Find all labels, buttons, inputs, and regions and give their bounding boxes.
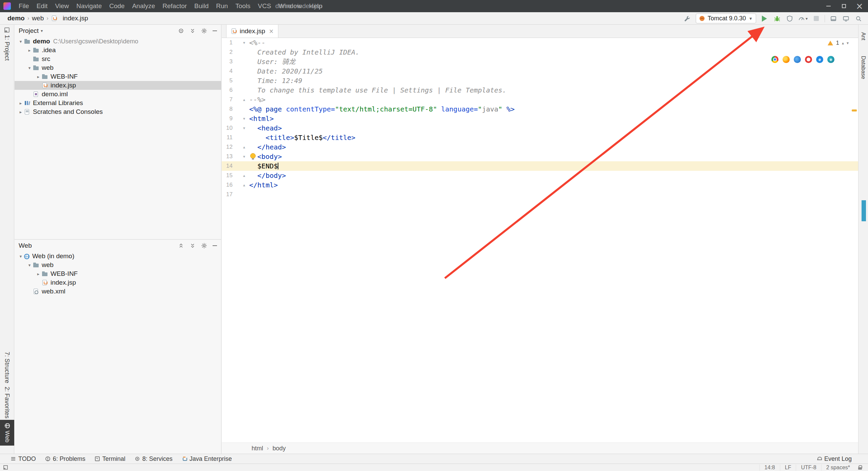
gear-icon[interactable] <box>201 243 207 249</box>
project-tree-row[interactable]: ▸.idea <box>15 46 221 55</box>
project-tree-row[interactable]: demo.iml <box>15 90 221 99</box>
fold-marker-icon[interactable]: ▾ <box>233 38 249 47</box>
menu-navigate[interactable]: Navigate <box>73 0 105 12</box>
web-panel-header[interactable]: Web <box>15 240 221 252</box>
code-line[interactable]: 2 Created by IntelliJ IDEA. <box>222 47 858 57</box>
error-stripe-warning-mark[interactable] <box>852 109 857 111</box>
close-button[interactable]: × <box>852 0 867 12</box>
fold-marker-icon[interactable]: ▴ <box>233 95 249 104</box>
chevron-down-icon[interactable]: ▾ <box>26 65 33 70</box>
toolwindow-button-event-log[interactable]: Event Log <box>812 454 856 464</box>
fold-marker-icon[interactable]: ▴ <box>233 180 249 190</box>
chevron-right-icon[interactable]: ▸ <box>35 74 42 79</box>
fold-marker-icon[interactable]: ▴ <box>233 142 249 152</box>
chevron-right-icon[interactable]: ▸ <box>17 109 24 115</box>
code-line[interactable]: 1▾<%-- <box>222 38 858 47</box>
menu-refactor[interactable]: Refactor <box>159 0 191 12</box>
search-everywhere-button[interactable] <box>854 15 863 23</box>
tool-button-database[interactable]: Database <box>859 56 868 79</box>
menu-vcs[interactable]: VCS <box>254 0 275 12</box>
tool-button-structure[interactable]: 7: Structure <box>0 352 14 383</box>
code-line[interactable]: 9▾<html> <box>222 114 858 123</box>
menu-analyze[interactable]: Analyze <box>129 0 159 12</box>
status-item[interactable]: LF <box>780 465 796 471</box>
code-line[interactable]: 7▴--%> <box>222 95 858 104</box>
chevron-right-icon[interactable]: ▸ <box>26 48 33 53</box>
chrome-browser-icon[interactable] <box>771 56 778 63</box>
code-editor[interactable]: 1▾<%--2 Created by IntelliJ IDEA.3 User:… <box>222 38 858 443</box>
chevron-right-icon[interactable]: ▸ <box>35 271 42 277</box>
status-item[interactable]: UTF-8 <box>796 465 821 471</box>
code-line[interactable]: 8<%@ page contentType="text/html;charset… <box>222 104 858 114</box>
previous-problem-icon[interactable]: ▴ <box>842 41 844 45</box>
code-line[interactable]: 16▴</html> <box>222 180 858 190</box>
lock-icon[interactable] <box>858 465 862 470</box>
gear-icon[interactable] <box>201 28 207 34</box>
next-problem-icon[interactable]: ▾ <box>847 41 849 45</box>
tab-index-jsp[interactable]: index.jsp × <box>226 25 278 38</box>
hide-panel-icon[interactable] <box>213 245 217 246</box>
project-tree-row[interactable]: ▸WEB-INF <box>15 72 221 81</box>
profiler-button[interactable]: ▾ <box>798 15 808 22</box>
menu-edit[interactable]: Edit <box>33 0 52 12</box>
run-button[interactable] <box>761 15 769 23</box>
build-hammer-icon[interactable] <box>683 15 691 23</box>
debug-button[interactable] <box>773 15 781 23</box>
toolwindow-button-8-services[interactable]: 8: Services <box>130 454 177 464</box>
fold-marker-icon[interactable]: ▾ <box>233 123 249 133</box>
collapse-all-icon[interactable] <box>190 243 196 249</box>
inspection-widget[interactable]: 1 ▴ ▾ <box>828 40 849 46</box>
code-line[interactable]: 12▴ </head> <box>222 142 858 152</box>
ie-browser-icon[interactable]: e <box>816 56 823 63</box>
edge-browser-icon[interactable]: e <box>827 56 834 63</box>
run-dashboard-button[interactable] <box>829 15 837 23</box>
toolwindow-button-todo[interactable]: TODO <box>6 454 41 464</box>
code-line[interactable]: 14 $END$ <box>222 161 858 171</box>
project-tree-row[interactable]: ▸Scratches and Consoles <box>15 107 221 116</box>
project-tree-row[interactable]: src <box>15 55 221 63</box>
code-line[interactable]: 13▾<body> <box>222 152 858 161</box>
tab-close-icon[interactable]: × <box>269 28 274 35</box>
fold-marker-icon[interactable]: ▾ <box>233 114 249 123</box>
project-panel-header[interactable]: Project ▾ <box>15 25 221 37</box>
tool-button-web-active[interactable]: Web <box>0 420 14 446</box>
code-line[interactable]: 4 Date: 2020/11/25 <box>222 66 858 76</box>
tool-button-project[interactable]: 1: Project <box>0 27 14 61</box>
collapse-all-icon[interactable] <box>190 28 196 34</box>
breadcrumb-item[interactable]: web <box>32 15 44 22</box>
expand-all-icon[interactable] <box>178 243 184 249</box>
fold-marker-icon[interactable]: ▾ <box>233 152 249 161</box>
open-in-browser-button[interactable] <box>842 15 850 23</box>
breadcrumb-item[interactable]: demo <box>7 15 25 22</box>
code-line[interactable]: 11 <title>$Title$</title> <box>222 133 858 142</box>
fold-marker-icon[interactable]: ▴ <box>233 171 249 180</box>
web-tree-row[interactable]: web.xml <box>15 287 221 296</box>
web-tree-row[interactable]: ▸WEB-INF <box>15 269 221 278</box>
project-tree-row[interactable]: ▾web <box>15 63 221 72</box>
chevron-down-icon[interactable]: ▾ <box>17 39 24 44</box>
chevron-right-icon[interactable]: ▸ <box>17 101 24 106</box>
web-tree-row[interactable]: index.jsp <box>15 278 221 287</box>
code-line[interactable]: 5 Time: 12:49 <box>222 76 858 85</box>
breadcrumb-tag[interactable]: body <box>273 445 286 452</box>
toolwindow-button-terminal[interactable]: Terminal <box>90 454 130 464</box>
locate-icon[interactable] <box>178 28 184 34</box>
code-line[interactable]: 15▴ </body> <box>222 171 858 180</box>
code-line[interactable]: 10▾ <head> <box>222 123 858 133</box>
menu-code[interactable]: Code <box>105 0 128 12</box>
stop-button[interactable] <box>812 15 820 23</box>
project-tree-row[interactable]: ▸External Libraries <box>15 99 221 107</box>
menu-view[interactable]: View <box>51 0 73 12</box>
toolwindow-toggle-icon[interactable] <box>3 465 8 470</box>
menu-run[interactable]: Run <box>212 0 232 12</box>
code-line[interactable]: 3 User: 骑龙 <box>222 57 858 66</box>
toolwindow-button-java-enterprise[interactable]: Java Enterprise <box>177 454 237 464</box>
run-configuration-select[interactable]: Tomcat 9.0.30 ▼ <box>696 14 756 23</box>
chevron-down-icon[interactable]: ▾ <box>17 254 24 259</box>
safari-browser-icon[interactable] <box>794 56 801 63</box>
hide-panel-icon[interactable] <box>213 30 217 31</box>
menu-build[interactable]: Build <box>191 0 212 12</box>
menu-tools[interactable]: Tools <box>232 0 254 12</box>
web-tree-row[interactable]: ▾web <box>15 261 221 269</box>
tool-button-ant[interactable]: Ant <box>859 32 868 40</box>
